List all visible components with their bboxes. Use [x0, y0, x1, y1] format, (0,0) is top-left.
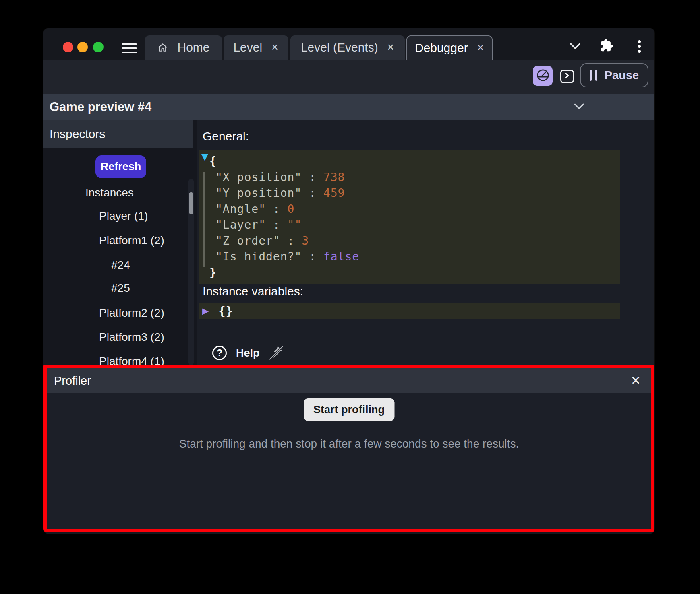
traffic-light-zoom-icon[interactable] — [93, 42, 104, 52]
tree-item-player[interactable]: Player (1) — [99, 210, 148, 223]
profiler-panel: Profiler ✕ Start profiling Start profili… — [43, 365, 654, 532]
home-icon — [157, 42, 168, 53]
extensions-puzzle-icon[interactable] — [599, 38, 615, 53]
tab-level-events[interactable]: Level (Events) ✕ — [290, 35, 405, 60]
pause-icon — [590, 70, 597, 81]
instance-variables-value: {} — [218, 304, 233, 318]
json-property-row: Layer"" — [199, 217, 620, 233]
json-close-brace: } — [199, 265, 620, 281]
app-window: Home Level ✕ Level (Events) ✕ Debugger ✕ — [43, 28, 654, 534]
tab-debugger[interactable]: Debugger ✕ — [406, 35, 493, 60]
help-label: Help — [236, 347, 260, 359]
unpin-icon[interactable] — [268, 344, 284, 362]
json-property-row: Angle0 — [199, 201, 620, 217]
pause-button[interactable]: Pause — [580, 63, 648, 87]
pause-label: Pause — [605, 69, 639, 82]
collapsed-caret-icon[interactable]: ▶ — [202, 306, 209, 316]
json-value: 3 — [302, 234, 309, 248]
profiler-title: Profiler — [54, 374, 91, 388]
titlebar: Home Level ✕ Level (Events) ✕ Debugger ✕ — [43, 28, 654, 60]
json-key: Angle — [215, 202, 288, 216]
json-value: 459 — [323, 186, 345, 200]
tree-item-instances[interactable]: Instances — [85, 186, 134, 200]
json-key: Is hidden? — [215, 250, 323, 263]
expand-caret-icon[interactable]: ▼ — [201, 152, 209, 162]
kebab-menu-icon[interactable] — [635, 39, 644, 54]
json-value: false — [323, 250, 359, 263]
tree-item-platform2[interactable]: Platform2 (2) — [99, 307, 164, 320]
tree-item-instance-25[interactable]: #25 — [111, 282, 130, 295]
screenshot-stage: Home Level ✕ Level (Events) ✕ Debugger ✕ — [0, 0, 700, 594]
tab-home[interactable]: Home — [145, 35, 222, 60]
gauge-icon — [536, 68, 550, 84]
json-value: 0 — [288, 202, 295, 216]
profiler-toggle-button[interactable] — [533, 66, 553, 86]
json-key: X position — [215, 171, 323, 184]
instance-variables-label: Instance variables: — [203, 285, 303, 298]
tree-item-platform3[interactable]: Platform3 (2) — [99, 331, 164, 344]
profiler-hint-text: Start profiling and then stop it after a… — [47, 437, 651, 450]
tab-label: Home — [177, 41, 209, 54]
refresh-button[interactable]: Refresh — [95, 155, 146, 178]
json-property-row: Is hidden?false — [199, 249, 620, 265]
tab-close-icon[interactable]: ✕ — [387, 43, 394, 52]
sidebar-header: Inspectors — [43, 120, 193, 148]
profiler-body: Start profiling Start profiling and then… — [47, 393, 651, 529]
traffic-light-close-icon[interactable] — [63, 42, 73, 52]
json-value: 738 — [323, 171, 345, 184]
json-key: Layer — [215, 218, 288, 231]
game-preview-title: Game preview #4 — [50, 100, 151, 114]
indent-guide — [203, 172, 205, 267]
json-key: Y position — [215, 186, 323, 200]
tab-label: Level (Events) — [301, 41, 378, 54]
sidebar-title: Inspectors — [50, 127, 105, 141]
start-profiling-button[interactable]: Start profiling — [304, 398, 394, 421]
hamburger-menu-icon[interactable] — [122, 43, 137, 54]
debugger-toolbar: Pause — [43, 60, 654, 94]
json-property-row: Z order3 — [199, 233, 620, 249]
tab-close-icon[interactable]: ✕ — [477, 43, 484, 52]
tab-close-icon[interactable]: ✕ — [271, 43, 278, 52]
json-property-row: Y position459 — [199, 185, 620, 201]
tab-label: Debugger — [415, 41, 468, 55]
chevron-down-icon[interactable] — [574, 103, 585, 112]
sidebar-scrollbar-thumb[interactable] — [189, 192, 193, 214]
profiler-header: Profiler ✕ — [47, 368, 651, 393]
question-mark-icon: ? — [212, 346, 227, 360]
instance-variables-json-view: ▶ {} — [199, 303, 620, 319]
general-label: General: — [203, 130, 249, 143]
traffic-light-minimize-icon[interactable] — [77, 42, 88, 52]
json-key: Z order — [215, 234, 302, 248]
help-button[interactable]: ? Help — [212, 346, 260, 360]
tree-item-platform1[interactable]: Platform1 (2) — [99, 234, 164, 248]
game-preview-header[interactable]: Game preview #4 — [43, 94, 654, 120]
json-value: "" — [288, 218, 302, 231]
tab-label: Level — [233, 41, 262, 54]
json-property-row: X position738 — [199, 169, 620, 186]
general-json-view: ▼ { X position738 Y position459 Angle0 L… — [199, 150, 620, 284]
tab-level[interactable]: Level ✕ — [224, 35, 288, 60]
json-open-brace: { — [199, 153, 620, 169]
chevron-right-icon — [564, 72, 570, 81]
profiler-close-icon[interactable]: ✕ — [631, 375, 641, 387]
chevron-down-icon[interactable] — [567, 40, 583, 52]
console-button[interactable] — [560, 70, 574, 83]
tree-item-instance-24[interactable]: #24 — [111, 259, 130, 272]
